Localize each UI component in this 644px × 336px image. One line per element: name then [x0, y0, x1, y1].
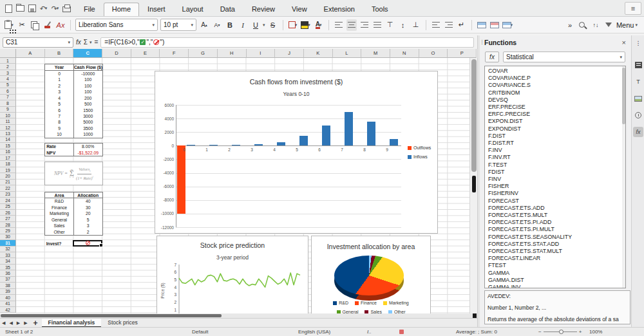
row-header-23[interactable]: 23 [0, 192, 16, 198]
row-header-12[interactable]: 12 [0, 125, 16, 131]
align-top-button[interactable]: ⊤ [385, 19, 395, 31]
zoom-value[interactable]: 100% [589, 329, 602, 335]
undo-icon[interactable]: ↶▾ [39, 4, 48, 13]
data-cell[interactable]: 500 [74, 101, 102, 107]
column-header-K[interactable]: K [304, 49, 333, 58]
header-cell[interactable]: Year [45, 64, 74, 70]
select-all-corner[interactable] [0, 49, 16, 58]
data-cell[interactable]: NPV [45, 150, 74, 156]
horizontal-scrollbar[interactable] [0, 313, 477, 318]
grow-font-button[interactable]: A▴ [199, 19, 209, 31]
row-header-16[interactable]: 16 [0, 149, 16, 155]
function-item[interactable]: F.INV.RT [488, 154, 625, 161]
document-modified-icon[interactable] [399, 330, 404, 334]
row-header-34[interactable]: 34 [0, 258, 16, 264]
search-icon[interactable] [578, 19, 588, 31]
unmerge-cells-button[interactable]: ▾ [502, 19, 513, 31]
row-header-22[interactable]: 22 [0, 185, 16, 191]
italic-button[interactable]: I [238, 19, 248, 31]
zoom-out-icon[interactable]: − [538, 329, 542, 335]
next-sheet-icon[interactable]: ▶ [15, 321, 22, 326]
sort-icon[interactable]: ↑↓ [591, 19, 601, 31]
function-item[interactable]: DEVSQ [488, 97, 625, 104]
data-cell[interactable]: 20 [74, 210, 102, 216]
wrap-text-button[interactable]: ↵ [457, 19, 467, 31]
row-header-17[interactable]: 17 [0, 155, 16, 161]
data-cell[interactable]: R&D [45, 198, 74, 204]
column-header-A[interactable]: A [16, 49, 45, 58]
row-header-13[interactable]: 13 [0, 131, 16, 136]
header-cell[interactable]: Allocation [74, 192, 102, 198]
data-cell[interactable]: General [45, 217, 74, 223]
function-list-scrollbar[interactable] [622, 66, 625, 288]
bold-button[interactable]: B [225, 19, 235, 31]
function-item[interactable]: FISHERINV [488, 190, 625, 197]
column-header-J[interactable]: J [275, 49, 304, 58]
underline-caret[interactable]: ▾ [263, 23, 265, 28]
function-item[interactable]: FORECAST.LINEAR [488, 255, 625, 262]
data-cell[interactable]: 2 [45, 83, 74, 89]
column-header-D[interactable]: D [102, 49, 131, 58]
data-cell[interactable]: 30 [74, 205, 102, 210]
data-cell[interactable]: 5000 [74, 119, 102, 125]
row-header-7[interactable]: 7 [0, 95, 16, 100]
function-item[interactable]: GAMMA [488, 270, 625, 277]
row-header-2[interactable]: 2 [0, 64, 16, 70]
spreadsheet-grid[interactable]: YearCash Flow ($)0-100001100210031004200… [0, 49, 477, 313]
merge-center-button[interactable] [489, 19, 500, 31]
tab-review[interactable]: Review [243, 3, 283, 16]
data-cell[interactable]: 100 [74, 83, 102, 89]
data-cell[interactable]: 6 [45, 107, 74, 113]
borders-button[interactable]: ▾ [288, 19, 298, 31]
functions-deck-icon[interactable]: fx [633, 127, 643, 137]
formula-icon[interactable]: = [94, 39, 98, 46]
last-sheet-icon[interactable]: ▶ [22, 321, 29, 326]
row-header-6[interactable]: 6 [0, 88, 16, 94]
row-header-14[interactable]: 14 [0, 137, 16, 143]
vertical-scrollbar-thumb[interactable] [471, 59, 477, 172]
function-item[interactable]: FISHER [488, 183, 625, 190]
row-header-25[interactable]: 25 [0, 204, 16, 210]
insert-mode-icon[interactable]: I.. [367, 329, 372, 335]
data-cell[interactable]: 9 [45, 126, 74, 131]
row-header-33[interactable]: 33 [0, 252, 16, 258]
row-header-5[interactable]: 5 [0, 82, 16, 88]
data-cell[interactable]: 1 [45, 77, 74, 82]
function-item[interactable]: F.INV [488, 147, 625, 154]
function-item[interactable]: FINV [488, 176, 625, 183]
bar-chart[interactable]: Cash flows from investment ($)Years 0-10… [155, 71, 438, 234]
function-item[interactable]: GAMMA.DIST [488, 277, 625, 284]
data-cell[interactable]: Marketing [45, 210, 74, 216]
data-cell[interactable]: 10 [45, 131, 74, 137]
sum-caret[interactable]: ▾ [90, 40, 92, 45]
row-header-9[interactable]: 9 [0, 107, 16, 113]
column-header-M[interactable]: M [361, 49, 390, 58]
function-item[interactable]: FORECAST.ETS.STAT.MULT [488, 248, 625, 255]
zoom-slider[interactable] [544, 331, 577, 332]
navigator-deck-icon[interactable] [633, 110, 643, 120]
data-cell[interactable]: -$1,522.09 [74, 150, 102, 156]
toolbar-overflow-button[interactable]: » [565, 19, 575, 31]
row-header-26[interactable]: 26 [0, 210, 16, 216]
function-item[interactable]: GAMMA.INV [488, 284, 625, 288]
clone-formatting-button[interactable] [43, 19, 53, 31]
print-icon[interactable] [62, 4, 71, 13]
panel-grip-icon[interactable]: ⁞⁞ [480, 39, 484, 46]
cut-button[interactable]: ✂ [17, 19, 27, 31]
strikethrough-button[interactable]: S [268, 19, 278, 31]
row-header-4[interactable]: 4 [0, 76, 16, 82]
previous-sheet-icon[interactable]: ◀ [7, 321, 14, 326]
redo-icon[interactable]: ↷▾ [50, 4, 60, 13]
tab-layout[interactable]: Layout [174, 3, 212, 16]
column-header-F[interactable]: F [160, 49, 189, 58]
align-justify-button[interactable] [372, 19, 383, 31]
row-header-24[interactable]: 24 [0, 198, 16, 203]
data-cell[interactable]: -10000 [74, 71, 102, 77]
function-item[interactable]: FORECAST.ETS.MULT [488, 212, 625, 219]
data-cell[interactable]: 5 [45, 101, 74, 107]
column-header-G[interactable]: G [189, 49, 218, 58]
copy-button[interactable] [30, 19, 40, 31]
tab-insert[interactable]: Insert [139, 3, 174, 16]
row-header-30[interactable]: 30 [0, 234, 16, 240]
gallery-deck-icon[interactable] [633, 93, 643, 104]
